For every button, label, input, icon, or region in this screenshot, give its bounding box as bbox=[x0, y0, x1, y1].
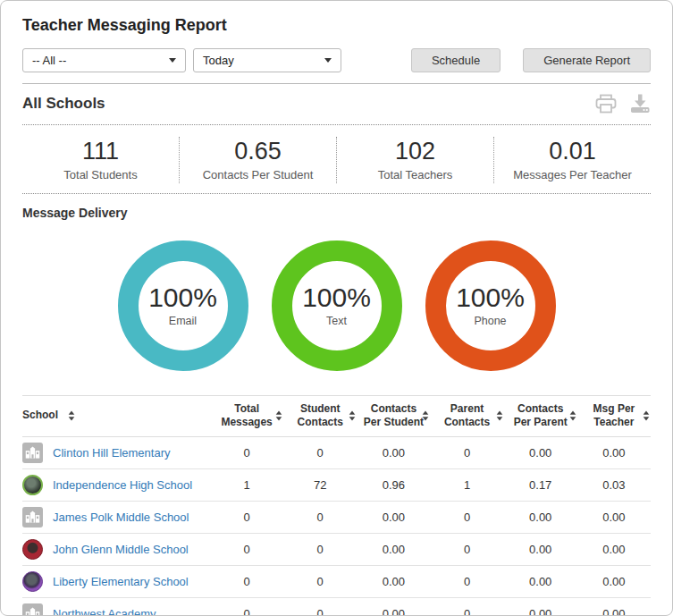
message-delivery-title: Message Delivery bbox=[22, 194, 651, 220]
contacts-per-parent-cell: 0.17 bbox=[504, 468, 577, 501]
total-messages-cell: 1 bbox=[210, 468, 283, 501]
school-building-icon bbox=[22, 507, 43, 527]
sort-icon bbox=[422, 410, 429, 421]
parent-contacts-cell: 0 bbox=[430, 436, 503, 468]
stat-value: 102 bbox=[337, 139, 493, 165]
school-link[interactable]: James Polk Middle School bbox=[53, 511, 189, 524]
contacts-per-parent-cell: 0.00 bbox=[504, 501, 577, 533]
sort-icon bbox=[496, 410, 503, 421]
msg-per-teacher-cell: 0.00 bbox=[577, 436, 651, 468]
contacts-per-parent-cell: 0.00 bbox=[504, 597, 577, 616]
school-link[interactable]: John Glenn Middle School bbox=[53, 543, 189, 556]
column-header-contacts-per-parent[interactable]: Contacts Per Parent bbox=[504, 395, 577, 436]
stat-value: 111 bbox=[22, 139, 179, 165]
column-header-total-messages[interactable]: Total Messages bbox=[210, 395, 283, 436]
stat-value: 0.65 bbox=[180, 139, 336, 165]
text-percent: 100% bbox=[302, 284, 371, 311]
school-cell: Liberty Elementary School bbox=[22, 565, 210, 597]
school-link[interactable]: Clinton Hill Elementary bbox=[53, 446, 171, 460]
stat-value: 0.01 bbox=[494, 139, 651, 165]
sort-icon bbox=[68, 410, 75, 421]
school-link[interactable]: Independence High School bbox=[53, 478, 192, 492]
generate-report-button[interactable]: Generate Report bbox=[523, 48, 651, 72]
download-button[interactable] bbox=[629, 94, 651, 114]
stat-label: Total Students bbox=[22, 168, 179, 181]
contacts-per-parent-cell: 0.00 bbox=[504, 533, 577, 565]
table-row: Northwest Academy000.0000.000.00 bbox=[22, 597, 651, 616]
section-title: All Schools bbox=[22, 95, 105, 113]
phone-label: Phone bbox=[456, 315, 525, 327]
school-link[interactable]: Liberty Elementary School bbox=[53, 575, 189, 588]
chevron-down-icon bbox=[169, 58, 176, 63]
table-header-row: School Total Messages Student Contacts C… bbox=[22, 395, 651, 436]
school-table-body: Clinton Hill Elementary000.0000.000.00In… bbox=[22, 436, 651, 616]
schedule-button[interactable]: Schedule bbox=[411, 48, 501, 72]
parent-contacts-cell: 0 bbox=[430, 597, 503, 616]
sort-icon bbox=[349, 410, 356, 421]
contacts-per-student-cell: 0.00 bbox=[357, 597, 430, 616]
school-cell: John Glenn Middle School bbox=[22, 533, 210, 565]
filter-row: -- All -- Today Schedule Generate Report bbox=[22, 48, 651, 72]
msg-per-teacher-cell: 0.03 bbox=[577, 468, 651, 501]
section-head: All Schools bbox=[22, 84, 651, 125]
column-header-contacts-per-student[interactable]: Contacts Per Student bbox=[357, 395, 430, 436]
student-contacts-cell: 0 bbox=[283, 501, 357, 533]
msg-per-teacher-cell: 0.00 bbox=[577, 597, 651, 616]
text-label: Text bbox=[302, 315, 371, 327]
print-icon bbox=[595, 103, 617, 116]
print-button[interactable] bbox=[595, 94, 617, 114]
parent-contacts-cell: 0 bbox=[430, 533, 503, 565]
school-cell: Independence High School bbox=[22, 468, 210, 501]
school-cell: Northwest Academy bbox=[22, 597, 210, 616]
total-messages-cell: 0 bbox=[210, 597, 283, 616]
school-link[interactable]: Northwest Academy bbox=[53, 607, 156, 616]
sort-icon bbox=[275, 410, 282, 421]
teacher-messaging-report-page: Teacher Messaging Report -- All -- Today… bbox=[0, 0, 673, 616]
email-label: Email bbox=[148, 315, 217, 327]
column-header-student-contacts[interactable]: Student Contacts bbox=[283, 395, 357, 436]
contacts-per-student-cell: 0.00 bbox=[357, 501, 430, 533]
stat-total-students: 111 Total Students bbox=[22, 137, 179, 183]
email-donut-chart: 100% Email bbox=[118, 240, 248, 371]
stat-label: Contacts Per Student bbox=[180, 168, 336, 181]
column-header-parent-contacts[interactable]: Parent Contacts bbox=[430, 395, 503, 436]
section-icons bbox=[595, 94, 651, 114]
total-messages-cell: 0 bbox=[210, 533, 283, 565]
sort-icon bbox=[569, 410, 576, 421]
download-icon bbox=[629, 103, 651, 116]
date-range-select[interactable]: Today bbox=[193, 48, 341, 72]
contacts-per-parent-cell: 0.00 bbox=[504, 436, 577, 468]
total-messages-cell: 0 bbox=[210, 436, 283, 468]
email-percent: 100% bbox=[148, 284, 217, 311]
column-header-school[interactable]: School bbox=[22, 395, 210, 436]
text-donut-chart: 100% Text bbox=[272, 240, 402, 371]
table-row: James Polk Middle School000.0000.000.00 bbox=[22, 501, 651, 533]
stat-contacts-per-student: 0.65 Contacts Per Student bbox=[179, 137, 336, 183]
parent-contacts-cell: 1 bbox=[430, 468, 503, 501]
msg-per-teacher-cell: 0.00 bbox=[577, 533, 651, 565]
school-filter-value: -- All -- bbox=[32, 54, 162, 67]
table-row: Liberty Elementary School000.0000.000.00 bbox=[22, 565, 651, 597]
message-delivery-charts: 100% Email 100% Text 100% Phone bbox=[22, 240, 651, 371]
school-filter-select[interactable]: -- All -- bbox=[22, 48, 186, 72]
page-title: Teacher Messaging Report bbox=[22, 1, 651, 35]
student-contacts-cell: 0 bbox=[283, 597, 357, 616]
sort-icon bbox=[643, 410, 650, 421]
summary-stats-row: 111 Total Students 0.65 Contacts Per Stu… bbox=[22, 125, 651, 194]
liberty-logo-icon bbox=[22, 571, 43, 592]
school-cell: James Polk Middle School bbox=[22, 501, 210, 533]
student-contacts-cell: 0 bbox=[283, 565, 357, 597]
student-contacts-cell: 0 bbox=[283, 436, 357, 468]
msg-per-teacher-cell: 0.00 bbox=[577, 565, 651, 597]
total-messages-cell: 0 bbox=[210, 501, 283, 533]
student-contacts-cell: 0 bbox=[283, 533, 357, 565]
parent-contacts-cell: 0 bbox=[430, 501, 503, 533]
column-header-msg-per-teacher[interactable]: Msg Per Teacher bbox=[577, 395, 651, 436]
contacts-per-parent-cell: 0.00 bbox=[504, 565, 577, 597]
stat-messages-per-teacher: 0.01 Messages Per Teacher bbox=[493, 137, 651, 183]
student-contacts-cell: 72 bbox=[283, 468, 357, 501]
independence-logo-icon bbox=[22, 475, 43, 495]
action-buttons: Schedule Generate Report bbox=[411, 48, 651, 72]
contacts-per-student-cell: 0.00 bbox=[357, 436, 430, 468]
parent-contacts-cell: 0 bbox=[430, 565, 503, 597]
